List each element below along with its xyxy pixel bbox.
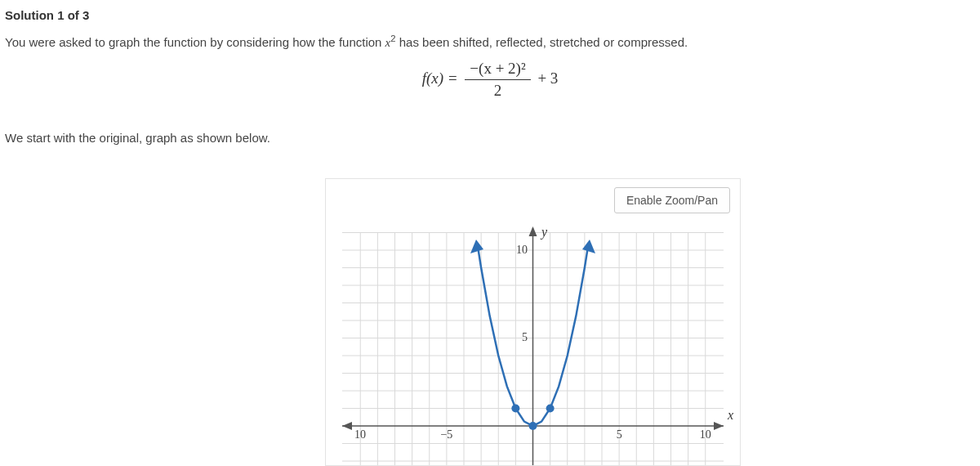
formula: f(x) = −(x + 2)² 2 + 3 — [0, 50, 980, 103]
formula-lhs: f(x) = — [422, 69, 462, 87]
x-axis-arrow-right — [714, 422, 724, 430]
tick-y-10: 10 — [516, 244, 528, 256]
intro-after: has been shifted, reflected, stretched o… — [396, 35, 688, 49]
tick-x-neg5: −5 — [440, 428, 452, 441]
tick-y-5: 5 — [522, 331, 528, 343]
point-neg1-1 — [511, 405, 519, 413]
subtext: We start with the original, graph as sho… — [0, 103, 980, 145]
intro-text: You were asked to graph the function by … — [0, 22, 980, 50]
axis-label-y: y — [540, 225, 548, 240]
tick-x-5: 5 — [617, 428, 622, 441]
formula-num: −(x + 2)² — [465, 60, 530, 80]
plot-area[interactable]: 10 −5 5 10 5 10 y x — [326, 217, 740, 465]
enable-zoom-button[interactable]: Enable Zoom/Pan — [614, 187, 730, 213]
zoom-button-label: Enable Zoom/Pan — [626, 194, 718, 207]
point-0-0 — [529, 422, 537, 430]
y-axis-arrow-up — [529, 226, 537, 236]
tick-x-neg10: 10 — [354, 428, 366, 441]
heading-text: Solution 1 of 3 — [5, 8, 89, 22]
x-axis-arrow-left — [342, 422, 352, 430]
formula-rhs: + 3 — [537, 69, 558, 87]
intro-before: You were asked to graph the function by … — [5, 35, 385, 49]
plot-svg: 10 −5 5 10 5 10 y x — [326, 217, 740, 465]
graph-panel: Enable Zoom/Pan — [325, 178, 741, 466]
point-1-1 — [546, 405, 555, 413]
solution-heading: Solution 1 of 3 — [0, 0, 980, 22]
formula-den: 2 — [465, 80, 530, 100]
subtext-content: We start with the original, graph as sho… — [5, 131, 270, 145]
solution-page: Solution 1 of 3 You were asked to graph … — [0, 0, 980, 466]
formula-fraction: −(x + 2)² 2 — [465, 60, 530, 100]
tick-x-10: 10 — [700, 428, 711, 441]
axis-label-x: x — [727, 408, 733, 422]
